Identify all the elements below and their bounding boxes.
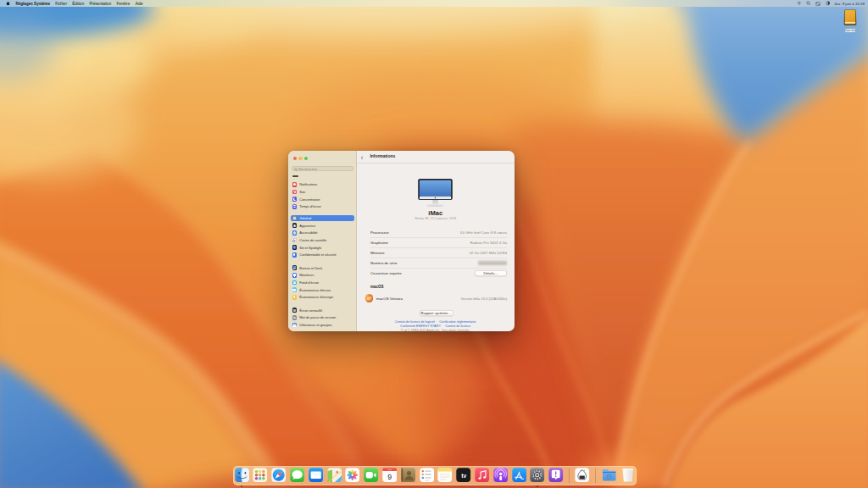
svg-text:JUIN: JUIN — [387, 469, 392, 471]
svg-text:9: 9 — [387, 473, 392, 481]
svg-text:tv: tv — [461, 473, 466, 479]
